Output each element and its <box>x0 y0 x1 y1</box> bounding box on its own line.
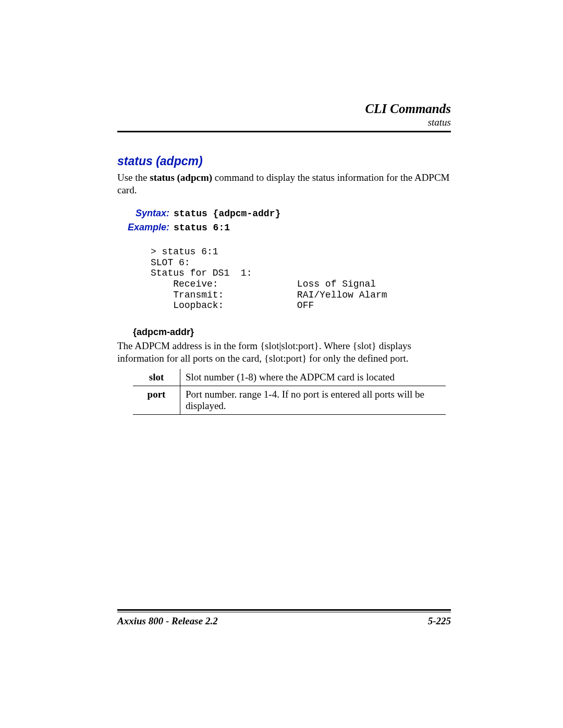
command-intro: Use the status (adpcm) command to displa… <box>117 171 451 196</box>
footer-rule-thick <box>117 609 451 611</box>
syntax-example-block: Syntax: status {adpcm-addr} Example: sta… <box>128 208 451 233</box>
example-row: Example: status 6:1 <box>128 222 451 233</box>
intro-bold: status (adpcm) <box>150 172 212 183</box>
footer-row: Axxius 800 - Release 2.2 5-225 <box>117 615 451 627</box>
footer-rule-thin <box>117 612 451 612</box>
param-desc: Slot number (1-8) where the ADPCM card i… <box>180 369 446 386</box>
param-name: port <box>133 386 180 414</box>
example-value: status 6:1 <box>174 223 230 233</box>
page-footer: Axxius 800 - Release 2.2 5-225 <box>117 606 451 627</box>
syntax-row: Syntax: status {adpcm-addr} <box>128 208 451 219</box>
table-row: port Port number. range 1-4. If no port … <box>133 386 446 414</box>
header-rule <box>117 131 451 132</box>
table-row: slot Slot number (1-8) where the ADPCM c… <box>133 369 446 386</box>
syntax-value: status {adpcm-addr} <box>174 208 280 219</box>
section-tag: status <box>117 117 451 128</box>
chapter-title: CLI Commands <box>117 102 451 116</box>
terminal-output: > status 6:1 SLOT 6: Status for DS1 1: R… <box>151 246 451 311</box>
param-table: slot Slot number (1-8) where the ADPCM c… <box>133 369 446 415</box>
intro-pre: Use the <box>117 172 150 183</box>
param-desc: Port number. range 1-4. If no port is en… <box>180 386 446 414</box>
footer-left: Axxius 800 - Release 2.2 <box>117 615 218 627</box>
example-label: Example: <box>128 222 169 233</box>
param-heading: {adpcm-addr} <box>133 327 451 338</box>
syntax-label: Syntax: <box>128 208 169 219</box>
command-heading: status (adpcm) <box>117 154 451 168</box>
footer-right: 5-225 <box>428 615 451 627</box>
param-name: slot <box>133 369 180 386</box>
page-content: CLI Commands status status (adpcm) Use t… <box>117 102 451 415</box>
running-header: CLI Commands status <box>117 102 451 128</box>
param-description: The ADPCM address is in the form {slot|s… <box>117 340 451 365</box>
